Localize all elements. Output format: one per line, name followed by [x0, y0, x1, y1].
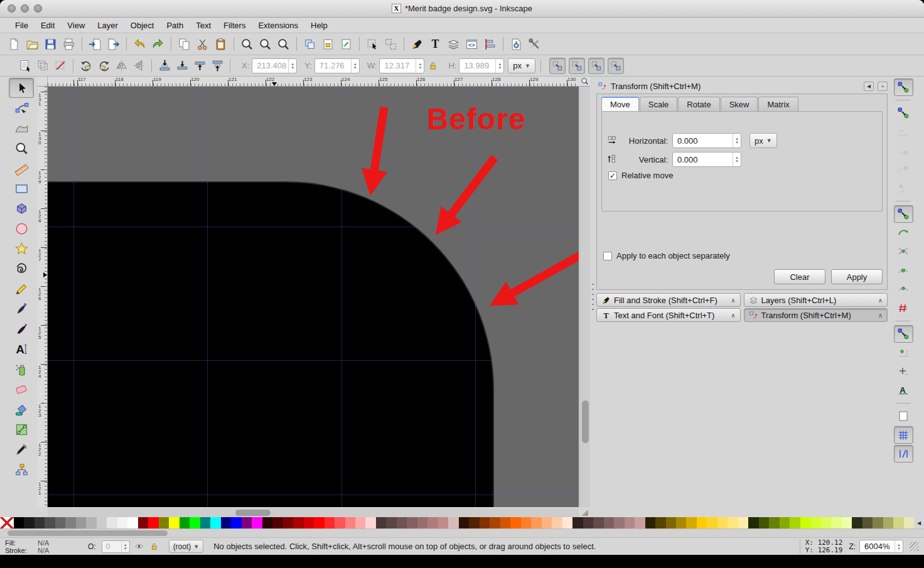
connector-tool[interactable]	[9, 459, 34, 480]
palette-swatch[interactable]	[531, 517, 541, 528]
palette-swatch[interactable]	[542, 517, 552, 528]
align-distribute-button[interactable]	[481, 35, 499, 53]
palette-swatch[interactable]	[635, 517, 645, 528]
scrollbar-thumb[interactable]	[582, 400, 589, 443]
palette-swatch[interactable]	[231, 517, 241, 528]
palette-swatch[interactable]	[810, 517, 820, 528]
quick-zoom-button[interactable]	[579, 77, 590, 87]
palette-scrollbar[interactable]	[0, 528, 924, 537]
dialog-close-button[interactable]: ×	[878, 82, 888, 91]
palette-swatch[interactable]	[604, 517, 614, 528]
snap-bounding-box-button[interactable]	[894, 104, 913, 122]
calligraphy-tool[interactable]	[9, 319, 34, 339]
palette-swatch[interactable]	[35, 517, 45, 528]
palette-swatch[interactable]	[262, 517, 272, 528]
spinner-arrows-icon[interactable]: ▲▼	[733, 134, 741, 147]
palette-swatch[interactable]	[252, 517, 262, 528]
palette-swatch[interactable]	[148, 517, 158, 528]
width-input[interactable]: 12.317▲▼	[379, 58, 424, 73]
palette-swatch[interactable]	[614, 517, 624, 528]
menu-text[interactable]: Text	[190, 19, 217, 32]
scale-stroke-toggle[interactable]	[549, 58, 566, 74]
flip-vertical-button[interactable]	[130, 57, 148, 75]
select-all-button[interactable]	[16, 57, 34, 75]
palette-swatch[interactable]	[510, 517, 520, 528]
palette-swatch[interactable]	[376, 517, 386, 528]
spinner-arrows-icon[interactable]: ▲▼	[733, 153, 741, 166]
dock-text-and-font[interactable]: Text and Font (Shift+Ctrl+T) ∧	[596, 308, 741, 322]
horizontal-scrollbar[interactable]	[48, 508, 579, 517]
snap-bbox-corners-button[interactable]	[894, 142, 913, 159]
palette-swatch[interactable]	[521, 517, 531, 528]
menu-object[interactable]: Object	[124, 19, 161, 32]
palette-swatch[interactable]	[645, 517, 655, 528]
close-window-button[interactable]	[8, 4, 16, 13]
palette-swatch[interactable]	[500, 517, 510, 528]
rotate-cw-button[interactable]	[95, 57, 112, 75]
menu-edit[interactable]: Edit	[35, 19, 61, 32]
palette-swatch[interactable]	[221, 517, 231, 528]
transform-units-dropdown[interactable]: px▼	[749, 133, 777, 148]
palette-swatch[interactable]	[800, 517, 810, 528]
no-color-swatch[interactable]	[0, 517, 14, 528]
ellipse-tool[interactable]	[9, 218, 34, 238]
palette-swatch[interactable]	[200, 517, 210, 528]
spinner-arrows-icon[interactable]: ▲▼	[288, 59, 296, 73]
snap-grids-button[interactable]	[894, 426, 913, 444]
copy-button[interactable]	[175, 35, 193, 53]
palette-swatch[interactable]	[407, 517, 417, 528]
palette-swatch[interactable]	[169, 517, 179, 528]
palette-swatch[interactable]	[448, 517, 458, 528]
snap-smooth-nodes-button[interactable]	[894, 281, 913, 298]
snap-bbox-edge-midpoints-button[interactable]	[894, 161, 913, 178]
palette-swatch[interactable]	[873, 517, 883, 528]
palette-swatch[interactable]	[759, 517, 769, 528]
lower-to-bottom-button[interactable]	[156, 57, 173, 75]
unlink-clone-button[interactable]	[337, 35, 355, 53]
palette-swatch[interactable]	[55, 517, 65, 528]
palette-swatch[interactable]	[769, 517, 779, 528]
palette-swatch[interactable]	[686, 517, 696, 528]
height-input[interactable]: 13.989▲▼	[459, 58, 504, 73]
paint-bucket-tool[interactable]	[9, 399, 34, 419]
scale-corners-toggle[interactable]	[569, 58, 585, 74]
snap-enable-button[interactable]	[894, 78, 913, 96]
palette-swatch[interactable]	[893, 517, 903, 528]
palette-swatch[interactable]	[117, 517, 127, 528]
text-tool[interactable]	[9, 339, 34, 359]
y-input[interactable]: 71.276▲▼	[314, 58, 360, 73]
palette-swatch[interactable]	[666, 517, 676, 528]
scrollbar-thumb[interactable]	[235, 510, 271, 516]
palette-swatch[interactable]	[190, 517, 200, 528]
create-clone-button[interactable]	[319, 35, 337, 53]
flip-horizontal-button[interactable]	[112, 57, 130, 75]
spinner-arrows-icon[interactable]: ▲▼	[495, 59, 503, 73]
palette-swatch[interactable]	[24, 517, 34, 528]
palette-swatch[interactable]	[427, 517, 438, 528]
deselect-button[interactable]	[51, 57, 69, 75]
fill-stroke-dialog-button[interactable]	[408, 35, 426, 53]
gradient-tool[interactable]	[9, 419, 34, 439]
group-button[interactable]	[363, 35, 382, 53]
tweak-tool[interactable]	[9, 118, 34, 138]
palette-swatch[interactable]	[397, 517, 407, 528]
palette-swatch[interactable]	[821, 517, 831, 528]
spiral-tool[interactable]	[9, 259, 34, 279]
dock-iconify-button[interactable]: ◀	[864, 82, 874, 91]
palette-swatch[interactable]	[904, 517, 914, 528]
palette-swatch[interactable]	[180, 517, 190, 528]
snap-bbox-edges-button[interactable]	[894, 123, 913, 141]
preferences-button[interactable]	[525, 35, 544, 53]
menu-extensions[interactable]: Extensions	[252, 19, 304, 32]
print-button[interactable]	[60, 35, 78, 53]
raise-to-top-button[interactable]	[208, 57, 226, 75]
snap-bbox-centers-button[interactable]	[894, 180, 913, 197]
layer-visibility-icon[interactable]	[134, 541, 145, 552]
palette-swatch[interactable]	[852, 517, 862, 528]
xml-editor-button[interactable]	[463, 35, 481, 53]
snap-midpoints-button[interactable]	[894, 299, 913, 317]
palette-swatch[interactable]	[386, 517, 396, 528]
palette-swatch[interactable]	[748, 517, 758, 528]
menu-filters[interactable]: Filters	[217, 19, 252, 32]
palette-swatch[interactable]	[65, 517, 75, 528]
